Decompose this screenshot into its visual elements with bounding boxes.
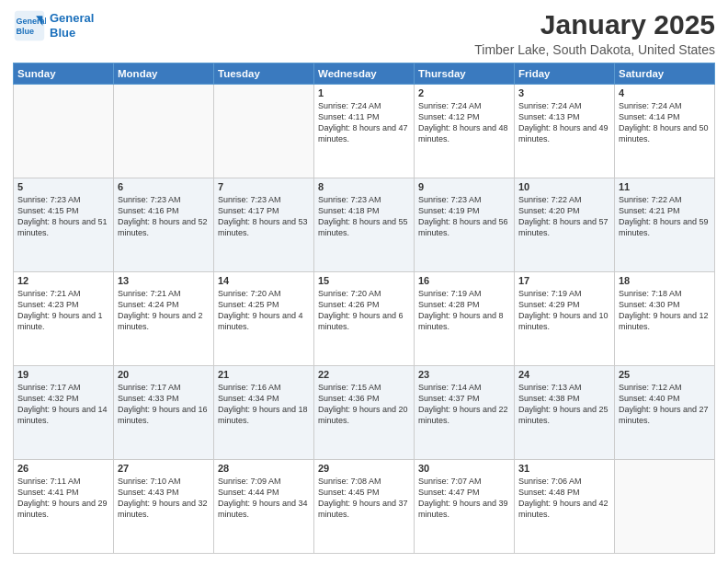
month-title: January 2025 (474, 9, 715, 40)
day-number: 7 (218, 181, 310, 192)
calendar-cell: 23Sunrise: 7:14 AM Sunset: 4:37 PM Dayli… (415, 366, 515, 460)
day-number: 12 (17, 275, 109, 286)
day-number: 30 (418, 463, 510, 474)
day-number: 26 (17, 463, 109, 474)
day-info: Sunrise: 7:17 AM Sunset: 4:33 PM Dayligh… (118, 382, 210, 427)
calendar-cell: 31Sunrise: 7:06 AM Sunset: 4:48 PM Dayli… (515, 460, 615, 554)
day-number: 22 (318, 369, 410, 380)
day-number: 20 (118, 369, 210, 380)
day-info: Sunrise: 7:13 AM Sunset: 4:38 PM Dayligh… (518, 382, 610, 427)
calendar-week-5: 26Sunrise: 7:11 AM Sunset: 4:41 PM Dayli… (14, 460, 715, 554)
calendar-week-1: 1Sunrise: 7:24 AM Sunset: 4:11 PM Daylig… (14, 85, 715, 178)
weekday-header-row: SundayMondayTuesdayWednesdayThursdayFrid… (14, 63, 715, 85)
day-info: Sunrise: 7:24 AM Sunset: 4:13 PM Dayligh… (518, 100, 610, 145)
day-info: Sunrise: 7:16 AM Sunset: 4:34 PM Dayligh… (218, 382, 310, 427)
calendar-cell: 9Sunrise: 7:23 AM Sunset: 4:19 PM Daylig… (415, 178, 515, 272)
calendar-cell: 5Sunrise: 7:23 AM Sunset: 4:15 PM Daylig… (14, 178, 114, 272)
calendar-cell: 4Sunrise: 7:24 AM Sunset: 4:14 PM Daylig… (615, 85, 715, 178)
calendar-cell: 30Sunrise: 7:07 AM Sunset: 4:47 PM Dayli… (415, 460, 515, 554)
calendar-cell: 20Sunrise: 7:17 AM Sunset: 4:33 PM Dayli… (114, 366, 214, 460)
calendar-cell: 27Sunrise: 7:10 AM Sunset: 4:43 PM Dayli… (114, 460, 214, 554)
day-number: 5 (17, 181, 109, 192)
day-number: 3 (518, 87, 610, 98)
day-number: 29 (318, 463, 410, 474)
day-info: Sunrise: 7:22 AM Sunset: 4:21 PM Dayligh… (619, 194, 711, 239)
day-info: Sunrise: 7:23 AM Sunset: 4:19 PM Dayligh… (418, 194, 510, 239)
calendar-cell (114, 85, 214, 178)
day-number: 19 (17, 369, 109, 380)
calendar-cell: 14Sunrise: 7:20 AM Sunset: 4:25 PM Dayli… (214, 272, 314, 366)
day-number: 18 (619, 275, 711, 286)
day-number: 28 (218, 463, 310, 474)
weekday-header-saturday: Saturday (615, 63, 715, 85)
day-info: Sunrise: 7:18 AM Sunset: 4:30 PM Dayligh… (619, 288, 711, 333)
day-info: Sunrise: 7:21 AM Sunset: 4:23 PM Dayligh… (17, 288, 109, 333)
calendar-cell: 18Sunrise: 7:18 AM Sunset: 4:30 PM Dayli… (615, 272, 715, 366)
calendar-cell: 17Sunrise: 7:19 AM Sunset: 4:29 PM Dayli… (515, 272, 615, 366)
day-number: 14 (218, 275, 310, 286)
day-info: Sunrise: 7:09 AM Sunset: 4:44 PM Dayligh… (218, 476, 310, 521)
day-number: 6 (118, 181, 210, 192)
day-info: Sunrise: 7:19 AM Sunset: 4:29 PM Dayligh… (518, 288, 610, 333)
day-info: Sunrise: 7:24 AM Sunset: 4:12 PM Dayligh… (418, 100, 510, 145)
day-info: Sunrise: 7:22 AM Sunset: 4:20 PM Dayligh… (518, 194, 610, 239)
day-info: Sunrise: 7:20 AM Sunset: 4:26 PM Dayligh… (318, 288, 410, 333)
day-info: Sunrise: 7:20 AM Sunset: 4:25 PM Dayligh… (218, 288, 310, 333)
day-info: Sunrise: 7:21 AM Sunset: 4:24 PM Dayligh… (118, 288, 210, 333)
svg-text:Blue: Blue (17, 27, 35, 36)
weekday-header-tuesday: Tuesday (214, 63, 314, 85)
day-info: Sunrise: 7:23 AM Sunset: 4:15 PM Dayligh… (17, 194, 109, 239)
day-number: 23 (418, 369, 510, 380)
day-info: Sunrise: 7:24 AM Sunset: 4:11 PM Dayligh… (318, 100, 410, 145)
day-info: Sunrise: 7:23 AM Sunset: 4:16 PM Dayligh… (118, 194, 210, 239)
weekday-header-friday: Friday (515, 63, 615, 85)
logo-text: General Blue (50, 11, 94, 40)
page: General Blue General Blue January 2025 T… (0, 0, 728, 563)
day-number: 9 (418, 181, 510, 192)
calendar-cell: 21Sunrise: 7:16 AM Sunset: 4:34 PM Dayli… (214, 366, 314, 460)
logo-line1: General (50, 11, 94, 25)
day-number: 17 (518, 275, 610, 286)
calendar-cell: 11Sunrise: 7:22 AM Sunset: 4:21 PM Dayli… (615, 178, 715, 272)
day-number: 8 (318, 181, 410, 192)
calendar-cell: 2Sunrise: 7:24 AM Sunset: 4:12 PM Daylig… (415, 85, 515, 178)
location-title: Timber Lake, South Dakota, United States (474, 42, 715, 57)
calendar-cell: 12Sunrise: 7:21 AM Sunset: 4:23 PM Dayli… (14, 272, 114, 366)
calendar-cell: 25Sunrise: 7:12 AM Sunset: 4:40 PM Dayli… (615, 366, 715, 460)
calendar-table: SundayMondayTuesdayWednesdayThursdayFrid… (13, 63, 715, 554)
day-number: 31 (518, 463, 610, 474)
calendar-cell: 3Sunrise: 7:24 AM Sunset: 4:13 PM Daylig… (515, 85, 615, 178)
calendar-cell: 10Sunrise: 7:22 AM Sunset: 4:20 PM Dayli… (515, 178, 615, 272)
day-info: Sunrise: 7:11 AM Sunset: 4:41 PM Dayligh… (17, 476, 109, 521)
title-block: January 2025 Timber Lake, South Dakota, … (474, 9, 715, 57)
day-number: 2 (418, 87, 510, 98)
calendar-cell: 16Sunrise: 7:19 AM Sunset: 4:28 PM Dayli… (415, 272, 515, 366)
header: General Blue General Blue January 2025 T… (13, 9, 715, 57)
logo: General Blue General Blue (13, 9, 94, 42)
day-info: Sunrise: 7:07 AM Sunset: 4:47 PM Dayligh… (418, 476, 510, 521)
calendar-cell: 6Sunrise: 7:23 AM Sunset: 4:16 PM Daylig… (114, 178, 214, 272)
day-number: 15 (318, 275, 410, 286)
day-info: Sunrise: 7:19 AM Sunset: 4:28 PM Dayligh… (418, 288, 510, 333)
weekday-header-thursday: Thursday (415, 63, 515, 85)
calendar-cell: 1Sunrise: 7:24 AM Sunset: 4:11 PM Daylig… (314, 85, 415, 178)
day-info: Sunrise: 7:10 AM Sunset: 4:43 PM Dayligh… (118, 476, 210, 521)
day-info: Sunrise: 7:23 AM Sunset: 4:17 PM Dayligh… (218, 194, 310, 239)
calendar-cell: 29Sunrise: 7:08 AM Sunset: 4:45 PM Dayli… (314, 460, 415, 554)
day-info: Sunrise: 7:23 AM Sunset: 4:18 PM Dayligh… (318, 194, 410, 239)
calendar-cell: 7Sunrise: 7:23 AM Sunset: 4:17 PM Daylig… (214, 178, 314, 272)
day-info: Sunrise: 7:12 AM Sunset: 4:40 PM Dayligh… (619, 382, 711, 427)
day-number: 1 (318, 87, 410, 98)
day-info: Sunrise: 7:17 AM Sunset: 4:32 PM Dayligh… (17, 382, 109, 427)
calendar-cell (214, 85, 314, 178)
day-number: 24 (518, 369, 610, 380)
calendar-cell: 13Sunrise: 7:21 AM Sunset: 4:24 PM Dayli… (114, 272, 214, 366)
logo-line2: Blue (50, 26, 75, 40)
calendar-cell: 22Sunrise: 7:15 AM Sunset: 4:36 PM Dayli… (314, 366, 415, 460)
day-info: Sunrise: 7:08 AM Sunset: 4:45 PM Dayligh… (318, 476, 410, 521)
logo-icon: General Blue (13, 9, 46, 42)
calendar-cell: 24Sunrise: 7:13 AM Sunset: 4:38 PM Dayli… (515, 366, 615, 460)
day-number: 13 (118, 275, 210, 286)
day-number: 25 (619, 369, 711, 380)
calendar-cell (14, 85, 114, 178)
